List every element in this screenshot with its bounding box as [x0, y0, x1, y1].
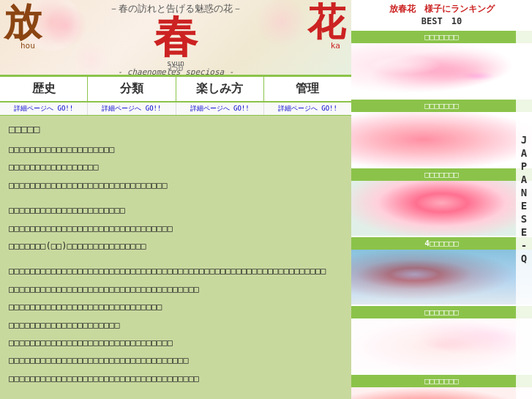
sidebar-list-item[interactable]: □□□□□□□ — [351, 168, 532, 236]
content-block-1: □□□□□□□□□□□□□□□□□□□□□□ □□□□□□□□□□□□□□□□□… — [9, 203, 342, 253]
nav-sub-item-3[interactable]: 詳細ページへ GO!! — [264, 102, 351, 115]
content-line: □□□□□□□□□□□□□□□□□□□□□□□□□□□□□□□□□□□□ — [9, 371, 342, 386]
nav-item-enjoy[interactable]: 楽しみ方 — [176, 77, 264, 101]
header-left-ruby: hou — [20, 41, 35, 51]
sidebar-vertical-text: JAPANESE-Q — [516, 0, 532, 399]
sidebar-item-label: □□□□□□□ — [351, 168, 532, 181]
main-content-wrapper: 放 hou 花 ka －春の訪れと告げる魅惑の花－ 春 syun - chaen… — [0, 0, 351, 399]
header-flower-decor-4 — [73, 42, 110, 77]
nav-bar: 歴史 分類 楽しみ方 管理 — [0, 77, 351, 102]
sidebar-header: 放春花 様子にランキング BEST 10 — [351, 0, 532, 31]
nav-sub-item-1[interactable]: 詳細ページへ GO!! — [88, 102, 176, 115]
nav-item-history[interactable]: 歴史 — [0, 77, 88, 101]
content-line: □□□□□□□□□□□□□□□□□□□□□□□□□□□□□□□ — [9, 221, 342, 236]
page-header: 放 hou 花 ka －春の訪れと告げる魅惑の花－ 春 syun - chaen… — [0, 0, 351, 77]
sidebar-item-label: 4□□□□□□ — [351, 237, 532, 250]
sidebar-title-line2: BEST 10 — [356, 15, 528, 28]
header-flower-decor-3 — [256, 0, 307, 48]
content-line: □□□□□□□□□□□□□□□□□ — [9, 160, 342, 174]
content-line: □□□□□□□□□□□□□□□□□□□□□□ — [9, 203, 342, 217]
sidebar-list-item[interactable]: □□□□□□□ — [351, 100, 532, 167]
header-right-kanji: 花 — [307, 4, 345, 42]
sidebar-item-image-4 — [351, 318, 532, 373]
content-line: □□□□□□□□□□□□□□□□□□□□□ — [9, 318, 342, 332]
content-line: □□□□□□□□□□□□□□□□□□□□□□□□□ — [9, 396, 342, 399]
sidebar-item-image-2 — [351, 181, 532, 236]
sidebar-item-image-5 — [351, 387, 532, 399]
content-area[interactable]: □□□□□ □□□□□□□□□□□□□□□□□□□□ □□□□□□□□□□□□□… — [0, 116, 351, 399]
nav-sub-item-2[interactable]: 詳細ページへ GO!! — [176, 102, 264, 115]
content-title: □□□□□ — [9, 123, 342, 135]
sidebar-item-image-0 — [351, 43, 532, 98]
content-block-0: □□□□□□□□□□□□□□□□□□□□ □□□□□□□□□□□□□□□□□ □… — [9, 142, 342, 193]
nav-sub-bar: 詳細ページへ GO!! 詳細ページへ GO!! 詳細ページへ GO!! 詳細ペー… — [0, 102, 351, 116]
content-line: □□□□□□□□□□□□□□□□□□□□□□□□□□□□□□□□□□□□□□□□… — [9, 264, 342, 278]
sidebar-item-label: □□□□□□□ — [351, 306, 532, 318]
content-line: □□□□□□□□□□□□□□□□□□□□□□□□□□□□□□ — [9, 178, 342, 193]
sidebar-list-item[interactable]: □□□□□□□ — [351, 375, 532, 399]
sidebar-item-label: □□□□□□□ — [351, 100, 532, 112]
nav-sub-item-0[interactable]: 詳細ページへ GO!! — [0, 102, 88, 115]
header-left-kanji: 放 — [4, 4, 42, 42]
content-block-2: □□□□□□□□□□□□□□□□□□□□□□□□□□□□□□□□□□□□□□□□… — [9, 264, 342, 386]
sidebar-item-label: □□□□□□□ — [351, 375, 532, 387]
header-main-kanji: 春 — [109, 15, 242, 59]
nav-item-manage[interactable]: 管理 — [264, 77, 351, 101]
header-right-ruby: ka — [331, 41, 340, 51]
sidebar-list-item[interactable]: □□□□□□□ — [351, 31, 532, 98]
content-line: □□□□□□□□□□□□□□□□□□□□□□□□□□□□□□□□□□ — [9, 353, 342, 368]
content-line: □□□□□□□□□□□□□□□□□□□□□□□□□□□□□□□□□□□□ — [9, 282, 342, 297]
content-line: □□□□□□□□□□□□□□□□□□□□ — [9, 142, 342, 157]
right-sidebar: 放春花 様子にランキング BEST 10 □□□□□□□□□□□□□□□□□□□… — [351, 0, 532, 399]
sidebar-item-image-1 — [351, 112, 532, 167]
sidebar-items-list[interactable]: □□□□□□□□□□□□□□□□□□□□□4□□□□□□□□□□□□□□□□□□… — [351, 31, 532, 399]
header-number: 150 — [168, 63, 184, 73]
sidebar-item-image-3 — [351, 250, 532, 305]
content-line: □□□□□□□(□□)□□□□□□□□□□□□□□□ — [9, 239, 342, 253]
sidebar-list-item[interactable]: □□□□□□□ — [351, 306, 532, 373]
sidebar-list-item[interactable]: 4□□□□□□ — [351, 237, 532, 305]
sidebar-title-line1: 放春花 様子にランキング — [356, 3, 528, 15]
nav-item-category[interactable]: 分類 — [88, 77, 176, 101]
content-block-3: □□□□□□□□□□□□□□□□□□□□□□□□□ □□□□□□□□□□□□□□… — [9, 396, 342, 399]
content-line: □□□□□□□□□□□□□□□□□□□□□□□□□□□□□ — [9, 299, 342, 314]
content-line: □□□□□□□□□□□□□□□□□□□□□□□□□□□□□□□ — [9, 335, 342, 350]
sidebar-item-label: □□□□□□□ — [351, 31, 532, 43]
header-flower-decor-2 — [44, 4, 88, 48]
